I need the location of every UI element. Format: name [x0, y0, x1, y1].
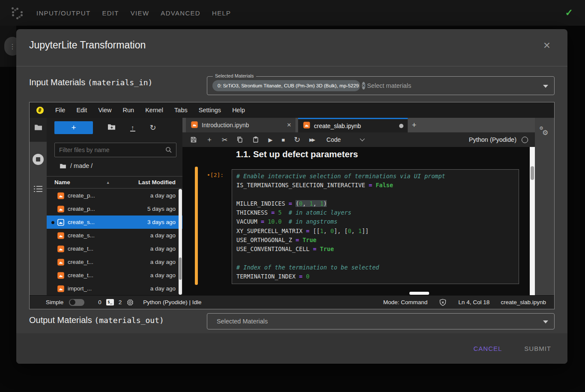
file-name[interactable]: import_...: [68, 285, 92, 292]
trust-shield-icon[interactable]: [439, 299, 447, 306]
material-chip[interactable]: 0: SrTiO3, Strontium Titanate, CUB (Pm-3…: [212, 80, 360, 91]
jupyter-menu-item[interactable]: Help: [227, 107, 251, 114]
tab-label[interactable]: create_slab.ipynb: [314, 123, 361, 129]
kernel-name[interactable]: Python (Pyodide): [469, 136, 516, 143]
table-of-contents-tab-icon[interactable]: [30, 186, 47, 194]
paste-icon[interactable]: [252, 136, 259, 143]
code-editor[interactable]: # Enable interactive selection of termin…: [232, 169, 519, 284]
copy-icon[interactable]: [236, 136, 243, 143]
right-sidebar: ⚙⚙: [535, 118, 554, 295]
input-materials-label: Input Materials (materials_in): [29, 78, 152, 87]
file-row[interactable]: create_p...5 days ago: [47, 202, 182, 215]
filter-files-input[interactable]: [55, 147, 165, 153]
tab-introduction[interactable]: Introduction.ipynb ×: [186, 118, 295, 132]
terminals-count[interactable]: 0: [98, 299, 101, 305]
close-icon[interactable]: ×: [543, 39, 550, 51]
code-line: USE_ORTHOGONAL_Z = True: [236, 236, 514, 245]
cursor-position[interactable]: Ln 4, Col 18: [458, 299, 489, 305]
terminal-icon: $_: [106, 299, 114, 305]
restart-run-all-icon[interactable]: ▶▶: [309, 137, 315, 143]
file-name[interactable]: create_s...: [68, 232, 95, 239]
jupyter-menu-item[interactable]: File: [50, 107, 71, 114]
status-right: Mode: Command Ln 4, Col 18 create_slab.i…: [383, 299, 546, 306]
cell-type-select[interactable]: Code: [326, 136, 340, 143]
chevron-down-icon[interactable]: [543, 320, 548, 323]
running-kernels-tab-icon[interactable]: [30, 154, 47, 167]
sort-asc-icon[interactable]: ▲: [106, 180, 110, 185]
notebook-hscrollbar[interactable]: [409, 292, 429, 295]
file-name[interactable]: create_p...: [68, 192, 95, 199]
add-tab-icon[interactable]: +: [408, 118, 421, 132]
app-logo-icon[interactable]: [12, 7, 23, 18]
selected-materials-field[interactable]: Selected Materials 0: SrTiO3, Strontium …: [207, 76, 555, 95]
jupyter-menu-item[interactable]: Run: [117, 107, 140, 114]
status-filename[interactable]: create_slab.ipynb: [501, 299, 546, 305]
command-mode-indicator[interactable]: Mode: Command: [383, 299, 428, 305]
check-icon: ✓: [565, 7, 573, 18]
kernels-count[interactable]: 2: [119, 299, 122, 305]
kernel-status-text[interactable]: Python (Pyodide) | Idle: [143, 299, 201, 305]
topbar-menu-item[interactable]: EDIT: [102, 9, 119, 17]
file-list-scrollbar[interactable]: [179, 189, 182, 295]
file-name[interactable]: create_s...: [68, 219, 95, 225]
file-row[interactable]: create_s...3 days ago: [47, 215, 182, 229]
run-icon[interactable]: ▶: [268, 137, 272, 143]
file-row[interactable]: create_s...a day ago: [47, 229, 182, 242]
file-name[interactable]: create_t...: [68, 259, 93, 265]
refresh-icon[interactable]: ↻: [150, 124, 156, 131]
upload-icon[interactable]: ↑: [130, 124, 135, 132]
new-launcher-button[interactable]: +: [54, 121, 93, 134]
chevron-down-icon[interactable]: [360, 136, 364, 141]
file-row[interactable]: create_t...a day ago: [47, 255, 182, 269]
code-token: MILLER_INDICES: [236, 200, 285, 207]
jupyter-menu-item[interactable]: Edit: [71, 107, 93, 114]
file-browser-tab-icon[interactable]: [30, 124, 47, 132]
chevron-down-icon[interactable]: [543, 85, 548, 88]
file-row[interactable]: create_t...a day ago: [47, 242, 182, 255]
select-materials-placeholder: Select materials: [367, 82, 411, 89]
jupyter-menu-item[interactable]: Kernel: [140, 107, 169, 114]
active-cell-bar[interactable]: [195, 167, 198, 285]
filter-files-box[interactable]: [54, 143, 176, 157]
cut-icon[interactable]: ✂: [222, 136, 227, 144]
simple-mode-toggle[interactable]: [69, 299, 84, 306]
file-name[interactable]: create_t...: [68, 245, 93, 252]
file-name[interactable]: create_p...: [68, 206, 95, 212]
topbar-menu-item[interactable]: INPUT/OUTPUT: [36, 9, 90, 17]
topbar-menu-item[interactable]: ADVANCED: [161, 9, 200, 17]
file-name[interactable]: create_t...: [68, 272, 93, 278]
jupyter-menu-item[interactable]: Tabs: [169, 107, 193, 114]
notebook-file-icon: [57, 219, 64, 226]
code-token: =: [289, 200, 292, 207]
tab-create-slab[interactable]: create_slab.ipynb: [298, 118, 408, 132]
topbar-menu-item[interactable]: HELP: [212, 9, 231, 17]
code-token: # Index of the termination to be selecte…: [236, 264, 379, 271]
tab-close-icon[interactable]: ×: [287, 121, 291, 129]
chip-remove-icon[interactable]: ×: [362, 82, 365, 90]
notebook-vscrollbar[interactable]: [530, 147, 535, 295]
cancel-button[interactable]: CANCEL: [473, 345, 502, 352]
output-materials-select[interactable]: Selected Materials: [207, 313, 555, 329]
insert-cell-icon[interactable]: ＋: [206, 135, 213, 144]
restart-kernel-icon[interactable]: ↻: [294, 136, 300, 143]
column-name[interactable]: Name: [54, 179, 70, 186]
topbar-menu-item[interactable]: VIEW: [131, 9, 149, 17]
tab-label[interactable]: Introduction.ipynb: [202, 122, 249, 129]
save-icon[interactable]: [190, 136, 197, 143]
jupyter-menu-item[interactable]: View: [93, 107, 117, 114]
kernel-indicator[interactable]: Python (Pyodide): [469, 136, 528, 143]
folder-icon: [60, 163, 66, 169]
file-modified: 3 days ago: [147, 219, 176, 225]
jupyter-menu-item[interactable]: Settings: [193, 107, 227, 114]
breadcrumb[interactable]: / made /: [60, 162, 93, 169]
stop-icon[interactable]: ■: [281, 137, 285, 143]
code-token: USE_CONVENTIONAL_CELL: [236, 245, 310, 252]
column-last-modified[interactable]: Last Modified: [138, 179, 176, 186]
selected-materials-legend: Selected Materials: [213, 73, 256, 78]
breadcrumb-path[interactable]: / made /: [70, 162, 93, 169]
submit-button[interactable]: SUBMIT: [524, 345, 551, 352]
file-row[interactable]: create_p...a day ago: [47, 189, 182, 202]
file-row[interactable]: create_t...a day ago: [47, 269, 182, 282]
new-folder-icon[interactable]: [107, 123, 116, 132]
file-row[interactable]: import_...a day ago: [47, 282, 182, 295]
